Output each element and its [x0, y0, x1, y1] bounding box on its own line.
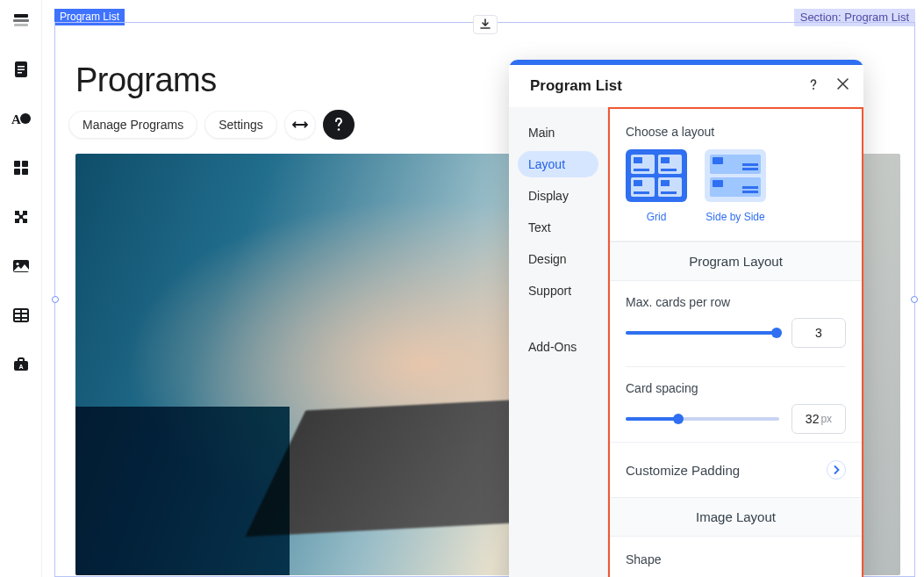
layout-option-side-label: Side by Side [706, 211, 764, 223]
layout-option-grid-label: Grid [647, 211, 667, 223]
choose-layout-section: Choose a layout Grid [610, 109, 862, 242]
image-icon[interactable] [11, 256, 31, 276]
choose-layout-label: Choose a layout [626, 125, 846, 139]
settings-panel: Program List Main Layout Display Text De… [509, 60, 863, 577]
nav-main[interactable]: Main [518, 119, 598, 146]
customize-padding-row[interactable]: Customize Padding [610, 442, 862, 497]
page-title: Programs [75, 61, 217, 99]
nav-support[interactable]: Support [518, 278, 598, 304]
shape-section: Shape [610, 537, 862, 577]
svg-rect-1 [13, 19, 29, 22]
plugin-icon[interactable] [11, 207, 31, 227]
max-cards-control: Max. cards per row 3 [610, 281, 862, 356]
svg-rect-0 [14, 14, 28, 18]
panel-content: Choose a layout Grid [607, 107, 863, 577]
svg-rect-6 [18, 72, 22, 74]
svg-rect-4 [18, 66, 25, 68]
svg-rect-10 [14, 169, 20, 175]
svg-text:A: A [18, 364, 23, 370]
max-cards-slider[interactable] [626, 331, 779, 335]
layout-option-grid[interactable]: Grid [626, 149, 687, 223]
shape-label: Shape [626, 552, 846, 566]
settings-button[interactable]: Settings [204, 111, 277, 139]
svg-point-13 [16, 263, 18, 265]
close-icon[interactable] [836, 77, 849, 94]
stretch-icon-button[interactable] [284, 110, 316, 140]
grid-icon[interactable] [11, 158, 31, 177]
section-label-right[interactable]: Section: Program List [794, 9, 915, 26]
svg-point-21 [337, 128, 340, 131]
card-spacing-control: Card spacing 32px [610, 367, 862, 442]
nav-text[interactable]: Text [518, 214, 598, 241]
card-spacing-label: Card spacing [626, 381, 846, 395]
nav-design[interactable]: Design [518, 246, 598, 272]
help-icon-button[interactable] [323, 110, 355, 140]
svg-rect-5 [18, 69, 25, 71]
panel-content-highlighted: Choose a layout Grid [608, 107, 863, 577]
svg-point-22 [813, 87, 814, 89]
resize-handle-right[interactable] [911, 296, 918, 303]
table-icon[interactable] [11, 306, 31, 325]
svg-text:A: A [11, 112, 21, 126]
chevron-right-icon [827, 460, 846, 480]
layers-icon[interactable] [11, 11, 31, 30]
resize-handle-left[interactable] [52, 296, 59, 303]
editor-canvas: Program List Section: Program List Progr… [53, 9, 917, 577]
left-tool-rail: A A [0, 0, 42, 577]
panel-header: Program List [509, 65, 863, 107]
panel-help-icon[interactable] [806, 77, 820, 95]
section-label-left[interactable]: Program List [54, 9, 125, 25]
svg-rect-9 [22, 161, 28, 167]
svg-rect-8 [14, 161, 20, 167]
svg-rect-2 [14, 24, 28, 26]
svg-rect-11 [22, 169, 28, 175]
panel-side-nav: Main Layout Display Text Design Support … [509, 107, 607, 577]
nav-display[interactable]: Display [518, 183, 598, 209]
max-cards-value[interactable]: 3 [791, 318, 846, 348]
nav-layout[interactable]: Layout [518, 151, 598, 177]
download-icon-button[interactable] [473, 15, 498, 34]
program-layout-header: Program Layout [610, 242, 862, 281]
typography-icon[interactable]: A [11, 109, 31, 128]
card-spacing-value[interactable]: 32px [791, 404, 846, 434]
briefcase-icon[interactable]: A [11, 355, 31, 374]
image-layout-header: Image Layout [610, 497, 862, 537]
manage-programs-button[interactable]: Manage Programs [68, 111, 197, 139]
card-spacing-slider[interactable] [626, 417, 779, 421]
page-icon[interactable] [11, 60, 31, 79]
max-cards-label: Max. cards per row [626, 295, 846, 309]
panel-title: Program List [530, 77, 622, 95]
svg-rect-19 [18, 358, 24, 362]
customize-padding-label: Customize Padding [626, 463, 740, 478]
layout-option-side-by-side[interactable]: Side by Side [705, 149, 766, 223]
element-toolbar: Manage Programs Settings [68, 110, 355, 140]
nav-addons[interactable]: Add-Ons [518, 334, 598, 360]
